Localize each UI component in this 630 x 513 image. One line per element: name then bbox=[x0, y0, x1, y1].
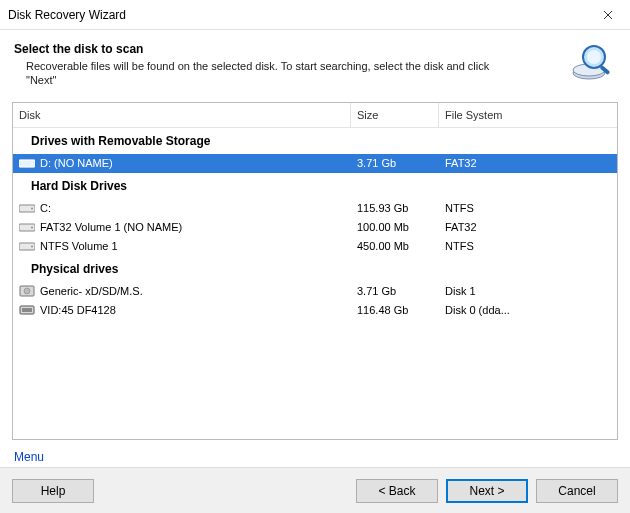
svg-point-9 bbox=[31, 208, 33, 210]
disk-name: C: bbox=[40, 202, 51, 214]
svg-rect-17 bbox=[22, 308, 32, 312]
column-header-disk[interactable]: Disk bbox=[13, 103, 351, 127]
disk-fs: Disk 1 bbox=[439, 285, 539, 297]
drive-icon bbox=[19, 157, 35, 169]
svg-point-11 bbox=[31, 227, 33, 229]
drive-icon bbox=[19, 202, 35, 214]
disk-fs: FAT32 bbox=[439, 221, 539, 233]
disk-size: 100.00 Mb bbox=[351, 221, 439, 233]
disk-size: 115.93 Gb bbox=[351, 202, 439, 214]
disk-size: 450.00 Mb bbox=[351, 240, 439, 252]
svg-point-3 bbox=[587, 50, 601, 64]
wizard-header: Select the disk to scan Recoverable file… bbox=[0, 30, 630, 96]
svg-point-7 bbox=[31, 163, 33, 165]
disk-fs: NTFS bbox=[439, 240, 539, 252]
group-physical: Physical drives bbox=[13, 256, 617, 282]
disk-fs: NTFS bbox=[439, 202, 539, 214]
group-hdd: Hard Disk Drives bbox=[13, 173, 617, 199]
cancel-button[interactable]: Cancel bbox=[536, 479, 618, 503]
physical-drive-icon bbox=[19, 304, 35, 316]
disk-size: 3.71 Gb bbox=[351, 157, 439, 169]
drive-icon bbox=[19, 240, 35, 252]
disk-row[interactable]: FAT32 Volume 1 (NO NAME) 100.00 Mb FAT32 bbox=[13, 218, 617, 237]
list-header: Disk Size File System bbox=[13, 103, 617, 127]
back-button[interactable]: < Back bbox=[356, 479, 438, 503]
disk-name: VID:45 DF4128 bbox=[40, 304, 116, 316]
disk-row[interactable]: C: 115.93 Gb NTFS bbox=[13, 199, 617, 218]
titlebar: Disk Recovery Wizard bbox=[0, 0, 630, 30]
help-button[interactable]: Help bbox=[12, 479, 94, 503]
disk-size: 3.71 Gb bbox=[351, 285, 439, 297]
disk-name: NTFS Volume 1 bbox=[40, 240, 118, 252]
disk-row[interactable]: Generic- xD/SD/M.S. 3.71 Gb Disk 1 bbox=[13, 282, 617, 301]
group-removable: Drives with Removable Storage bbox=[13, 128, 617, 154]
window-title: Disk Recovery Wizard bbox=[8, 8, 585, 22]
close-button[interactable] bbox=[585, 0, 630, 30]
disk-row[interactable]: D: (NO NAME) 3.71 Gb FAT32 bbox=[13, 154, 617, 173]
disk-list[interactable]: Disk Size File System Drives with Remova… bbox=[12, 102, 618, 440]
close-icon bbox=[603, 10, 613, 20]
physical-drive-icon bbox=[19, 285, 35, 297]
svg-point-15 bbox=[24, 288, 30, 294]
page-description: Recoverable files will be found on the s… bbox=[14, 59, 494, 88]
wizard-footer: Help < Back Next > Cancel bbox=[0, 467, 630, 513]
disk-size: 116.48 Gb bbox=[351, 304, 439, 316]
disk-fs: Disk 0 (dda... bbox=[439, 304, 539, 316]
page-title: Select the disk to scan bbox=[14, 42, 562, 56]
magnifier-disk-icon bbox=[570, 40, 614, 84]
next-button[interactable]: Next > bbox=[446, 479, 528, 503]
drive-icon bbox=[19, 221, 35, 233]
svg-point-13 bbox=[31, 246, 33, 248]
menu-link[interactable]: Menu bbox=[0, 440, 44, 464]
disk-row[interactable]: VID:45 DF4128 116.48 Gb Disk 0 (dda... bbox=[13, 301, 617, 320]
disk-name: D: (NO NAME) bbox=[40, 157, 113, 169]
column-header-filesystem[interactable]: File System bbox=[439, 103, 539, 127]
disk-row[interactable]: NTFS Volume 1 450.00 Mb NTFS bbox=[13, 237, 617, 256]
disk-name: Generic- xD/SD/M.S. bbox=[40, 285, 143, 297]
column-header-size[interactable]: Size bbox=[351, 103, 439, 127]
disk-fs: FAT32 bbox=[439, 157, 539, 169]
disk-name: FAT32 Volume 1 (NO NAME) bbox=[40, 221, 182, 233]
